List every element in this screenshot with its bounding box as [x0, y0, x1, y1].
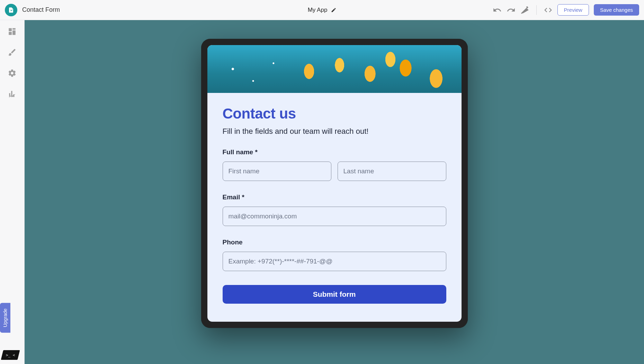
form-body: Contact us Fill in the fields and our te…: [207, 93, 462, 322]
device-frame: Contact us Fill in the fields and our te…: [201, 39, 468, 328]
app-name-group: My App: [308, 7, 337, 14]
phone-field: Phone: [223, 239, 446, 271]
analytics-icon[interactable]: [8, 89, 17, 98]
phone-label: Phone: [223, 239, 446, 246]
app-name: My App: [308, 7, 328, 14]
email-field: Email *: [223, 193, 446, 226]
logo-icon: [5, 4, 17, 16]
separator: [536, 5, 537, 15]
form-title: Contact us: [223, 105, 446, 122]
hero-image: [207, 45, 462, 93]
fullname-field: Full name *: [223, 148, 446, 181]
layout-icon[interactable]: [8, 27, 17, 36]
last-name-input[interactable]: [338, 162, 446, 181]
brush-icon[interactable]: [8, 48, 17, 57]
fullname-label: Full name *: [223, 148, 446, 156]
code-icon[interactable]: [544, 6, 553, 15]
canvas: Contact us Fill in the fields and our te…: [25, 20, 644, 364]
settings-icon[interactable]: [8, 69, 17, 78]
preview-button[interactable]: Preview: [557, 4, 589, 16]
terminal-badge[interactable]: >_ <: [1, 350, 20, 360]
first-name-input[interactable]: [223, 162, 331, 181]
build-icon[interactable]: [520, 6, 529, 15]
phone-input[interactable]: [223, 252, 446, 271]
top-bar: Contact Form My App Preview Save changes: [0, 0, 644, 20]
top-bar-actions: Preview Save changes: [493, 4, 639, 16]
email-label: Email *: [223, 193, 446, 201]
upgrade-button[interactable]: Upgrade: [0, 303, 10, 333]
submit-button[interactable]: Submit form: [223, 285, 446, 304]
save-button[interactable]: Save changes: [594, 4, 639, 16]
form-name: Contact Form: [22, 6, 60, 14]
sidebar: Upgrade >_ <: [0, 20, 25, 364]
undo-icon[interactable]: [493, 6, 502, 15]
redo-icon[interactable]: [507, 6, 516, 15]
email-input[interactable]: [223, 207, 446, 226]
device-screen: Contact us Fill in the fields and our te…: [207, 45, 462, 322]
edit-icon[interactable]: [331, 7, 336, 13]
main-area: Upgrade >_ < Contact us Fill in the fiel…: [0, 20, 644, 364]
form-subtitle: Fill in the fields and our team will rea…: [223, 127, 446, 136]
